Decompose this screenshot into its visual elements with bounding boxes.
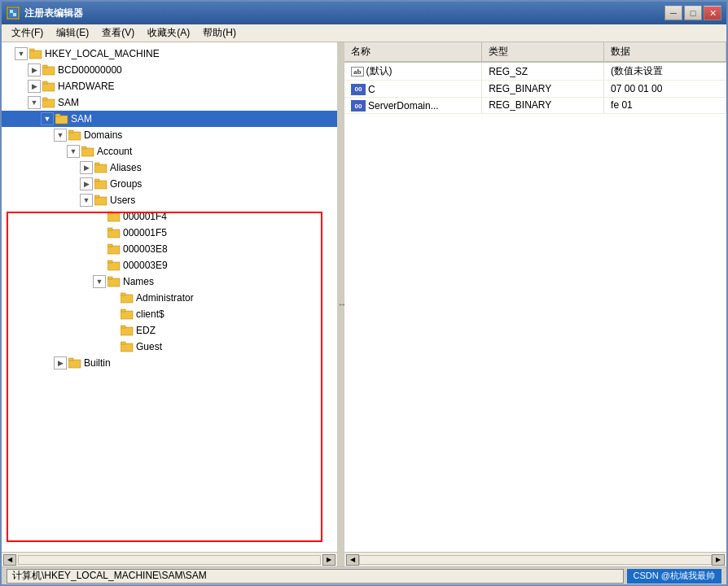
tree-node-administrator[interactable]: Administrator bbox=[2, 290, 337, 306]
expand-aliases[interactable]: ▶ bbox=[80, 161, 93, 174]
hscroll-right[interactable]: ▶ bbox=[322, 554, 335, 566]
expand-builtin[interactable]: ▶ bbox=[54, 356, 67, 370]
svg-rect-12 bbox=[55, 114, 60, 116]
folder-icon-bcd bbox=[42, 64, 55, 76]
menu-view[interactable]: 查看(V) bbox=[95, 24, 141, 42]
reg-icon-ab: ab (默认) bbox=[351, 64, 393, 78]
tree-node-names[interactable]: ▼ Names bbox=[2, 273, 337, 290]
tree-node-groups[interactable]: ▶ Groups bbox=[2, 176, 337, 192]
label-administrator: Administrator bbox=[136, 292, 194, 304]
tree-node-hklm[interactable]: ▼ HKEY_LOCAL_MACHINE bbox=[2, 46, 337, 62]
hscroll-track[interactable] bbox=[18, 555, 321, 565]
expand-names[interactable]: ▼ bbox=[93, 275, 106, 288]
expand-sam-parent[interactable]: ▼ bbox=[28, 96, 41, 109]
right-hscroll[interactable]: ◀ ▶ bbox=[344, 552, 726, 566]
tree-node-bcd[interactable]: ▶ BCD00000000 bbox=[2, 62, 337, 78]
label-000003E9: 000003E9 bbox=[123, 260, 168, 271]
tree-node-000003E9[interactable]: 000003E9 bbox=[2, 257, 337, 273]
tree-hscroll[interactable]: ◀ ▶ bbox=[2, 552, 337, 566]
registry-table[interactable]: 名称 类型 数据 ab (默认) bbox=[344, 42, 726, 552]
svg-rect-27 bbox=[107, 246, 120, 254]
icon-bin-sd: 00 bbox=[351, 100, 366, 112]
label-000001F5: 000001F5 bbox=[123, 227, 167, 238]
svg-rect-42 bbox=[68, 358, 73, 361]
svg-rect-26 bbox=[107, 228, 112, 230]
svg-rect-30 bbox=[107, 260, 112, 263]
svg-rect-20 bbox=[94, 179, 99, 181]
expand-groups[interactable]: ▶ bbox=[80, 177, 93, 190]
col-header-name[interactable]: 名称 bbox=[344, 42, 482, 62]
title-bar: 注册表编辑器 ─ □ ✕ bbox=[2, 2, 726, 24]
tree-node-domains[interactable]: ▼ Domains bbox=[2, 127, 337, 143]
label-hklm: HKEY_LOCAL_MACHINE bbox=[45, 48, 160, 59]
icon-bin-c: 00 bbox=[351, 84, 366, 95]
right-hscroll-right[interactable]: ▶ bbox=[712, 554, 725, 566]
svg-rect-13 bbox=[68, 132, 81, 140]
tree-node-builtin[interactable]: ▶ Builtin bbox=[2, 355, 337, 371]
col-header-type[interactable]: 类型 bbox=[482, 42, 604, 62]
svg-rect-3 bbox=[29, 50, 42, 59]
expand-sam[interactable]: ▼ bbox=[41, 112, 54, 125]
expand-bcd[interactable]: ▶ bbox=[28, 63, 41, 77]
svg-rect-21 bbox=[94, 197, 107, 205]
folder-icon-client bbox=[121, 308, 134, 320]
tree-node-guest[interactable]: Guest bbox=[2, 339, 337, 355]
menu-help[interactable]: 帮助(H) bbox=[196, 24, 243, 42]
folder-icon-hklm bbox=[29, 48, 42, 59]
svg-rect-6 bbox=[42, 65, 47, 68]
folder-icon-sam bbox=[55, 113, 68, 125]
svg-rect-4 bbox=[29, 49, 34, 51]
right-hscroll-track[interactable] bbox=[359, 555, 712, 565]
folder-icon-groups bbox=[94, 178, 107, 190]
tree-node-000001F4[interactable]: 000001F4 bbox=[2, 208, 337, 225]
tree-node-account[interactable]: ▼ Account bbox=[2, 143, 337, 160]
reg-type-c: REG_BINARY bbox=[482, 81, 604, 98]
icon-ab: ab bbox=[351, 67, 364, 77]
right-hscroll-left[interactable]: ◀ bbox=[346, 554, 359, 566]
status-bar: 计算机\HKEY_LOCAL_MACHINE\SAM\SAM CSDN @杭城我… bbox=[2, 566, 726, 584]
svg-rect-2 bbox=[13, 13, 16, 16]
label-guest: Guest bbox=[136, 341, 162, 352]
tree-node-edz[interactable]: EDZ bbox=[2, 322, 337, 339]
svg-rect-41 bbox=[68, 360, 81, 368]
window-title: 注册表编辑器 bbox=[24, 7, 664, 20]
table-row[interactable]: 00 ServerDomain... REG_BINARY fe 01 bbox=[344, 97, 726, 114]
menu-bar: 文件(F) 编辑(E) 查看(V) 收藏夹(A) 帮助(H) bbox=[2, 24, 726, 42]
expand-users[interactable]: ▼ bbox=[80, 194, 93, 207]
tree-node-users[interactable]: ▼ Users bbox=[2, 192, 337, 208]
expand-account[interactable]: ▼ bbox=[67, 145, 80, 158]
reg-name-default: ab (默认) bbox=[344, 62, 482, 81]
hscroll-left[interactable]: ◀ bbox=[3, 554, 16, 566]
expand-domains[interactable]: ▼ bbox=[54, 129, 67, 142]
col-header-data[interactable]: 数据 bbox=[604, 42, 726, 62]
reg-name-c: 00 C bbox=[344, 81, 482, 98]
expand-hardware[interactable]: ▶ bbox=[28, 80, 41, 93]
close-button[interactable]: ✕ bbox=[704, 6, 721, 20]
folder-icon-account bbox=[81, 146, 94, 157]
tree-node-client[interactable]: client$ bbox=[2, 306, 337, 322]
table-row[interactable]: ab (默认) REG_SZ (数值未设置 bbox=[344, 62, 726, 81]
tree-node-000001F5[interactable]: 000001F5 bbox=[2, 225, 337, 241]
folder-icon-hardware bbox=[42, 81, 55, 92]
menu-file[interactable]: 文件(F) bbox=[5, 24, 50, 42]
tree-node-hardware[interactable]: ▶ HARDWARE bbox=[2, 78, 337, 94]
svg-rect-22 bbox=[94, 195, 99, 198]
tree-node-sam[interactable]: ▼ SAM bbox=[2, 111, 337, 127]
svg-rect-19 bbox=[94, 181, 107, 189]
svg-rect-32 bbox=[107, 277, 112, 279]
table-row[interactable]: 00 C REG_BINARY 07 00 01 00 bbox=[344, 81, 726, 98]
status-branding: CSDN @杭城我最帅 bbox=[627, 569, 721, 584]
menu-favorites[interactable]: 收藏夹(A) bbox=[141, 24, 196, 42]
menu-edit[interactable]: 编辑(E) bbox=[50, 24, 95, 42]
svg-rect-25 bbox=[107, 230, 120, 238]
tree-node-aliases[interactable]: ▶ Aliases bbox=[2, 160, 337, 176]
tree-scroll[interactable]: ▼ HKEY_LOCAL_MACHINE ▶ bbox=[2, 42, 337, 552]
svg-rect-37 bbox=[121, 327, 133, 335]
maximize-button[interactable]: □ bbox=[684, 6, 702, 20]
svg-rect-17 bbox=[94, 164, 107, 173]
tree-node-000003E8[interactable]: 000003E8 bbox=[2, 241, 337, 257]
tree-node-sam-parent[interactable]: ▼ SAM bbox=[2, 94, 337, 111]
label-domains: Domains bbox=[84, 129, 122, 141]
minimize-button[interactable]: ─ bbox=[664, 6, 682, 20]
expand-hklm[interactable]: ▼ bbox=[15, 47, 28, 60]
